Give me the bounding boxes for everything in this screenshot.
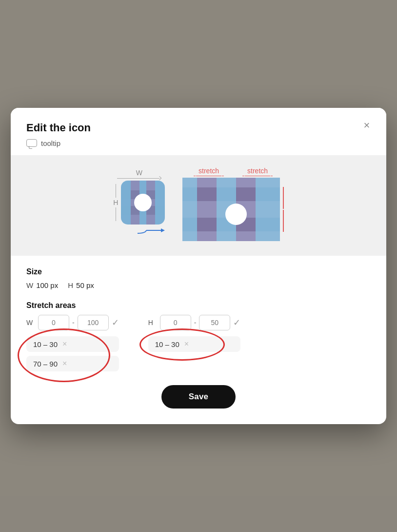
stretch-label-1: stretch: [198, 167, 219, 175]
stretch-h-tag-1-remove[interactable]: ×: [184, 340, 189, 348]
stretch-w-tags-wrapper: 10 – 30 × 70 – 90 ×: [26, 335, 119, 371]
large-icon-row: [182, 178, 284, 241]
stretch-arrows-top: [184, 176, 282, 177]
h-stretch-arrow: [283, 187, 284, 232]
svg-rect-15: [197, 178, 217, 241]
stretch-top-labels: stretch stretch: [184, 167, 282, 175]
svg-point-10: [134, 194, 152, 211]
size-w-value: 100 px: [36, 281, 58, 289]
stretch-w-tag-1-label: 10 – 30: [33, 340, 58, 348]
tooltip-icon: [26, 139, 37, 147]
stretch-w-tags: 10 – 30 × 70 – 90 ×: [26, 336, 119, 371]
svg-rect-19: [197, 187, 217, 201]
modal-title: Edit the icon: [26, 122, 371, 134]
stretch-h-tags-wrapper: 10 – 30 ×: [148, 335, 241, 352]
stretch-areas-section: Stretch areas W - ✓ 10: [26, 301, 371, 371]
modal-header: Edit the icon tooltip ×: [11, 108, 386, 155]
stretch-h-tag-1: 10 – 30 ×: [148, 336, 241, 352]
svg-rect-20: [236, 187, 256, 201]
stretch-h-col: H - ✓ 10 – 30 ×: [148, 315, 241, 352]
size-h-value: 50 px: [76, 281, 94, 289]
h-label: H: [113, 199, 118, 206]
stretch-w-tag-1-remove[interactable]: ×: [62, 340, 67, 348]
size-row: W 100 px H 50 px: [26, 281, 371, 289]
stretch-w-tag-2-label: 70 – 90: [33, 360, 58, 368]
size-h-label: H: [68, 281, 73, 289]
stretch-h-input-row: H - ✓: [148, 315, 241, 330]
large-icon-svg: [182, 178, 280, 241]
stretch-section-label: Stretch areas: [26, 301, 371, 310]
close-button[interactable]: ×: [359, 118, 375, 133]
edit-icon-modal: Edit the icon tooltip × W: [11, 108, 386, 425]
svg-marker-12: [161, 228, 165, 232]
save-row: Save: [26, 385, 371, 409]
svg-point-24: [225, 204, 247, 225]
stretch-w-input-row: W - ✓: [26, 315, 119, 330]
stretch-w-confirm-button[interactable]: ✓: [112, 317, 119, 328]
stretch-w-dash: -: [72, 319, 75, 327]
stretch-w-tag-2-remove[interactable]: ×: [62, 359, 67, 368]
stretch-h-col-label: H: [148, 319, 157, 327]
tooltip-row: tooltip: [26, 139, 371, 147]
tooltip-label: tooltip: [41, 139, 60, 147]
preview-area: W H: [11, 155, 386, 256]
stretch-w-tag-1: 10 – 30 ×: [26, 336, 119, 352]
stretch-h-confirm-button[interactable]: ✓: [233, 317, 240, 328]
size-section-label: Size: [26, 267, 371, 276]
save-button[interactable]: Save: [161, 385, 236, 409]
icon-with-h: H: [113, 181, 165, 225]
stretch-h-tags: 10 – 30 ×: [148, 336, 241, 352]
stretch-h-tag-1-label: 10 – 30: [155, 340, 179, 348]
stretch-w-to-input[interactable]: [78, 315, 109, 330]
original-icon-wrapper: W H: [113, 169, 165, 239]
stretch-w-col: W - ✓ 10 – 30 ×: [26, 315, 119, 371]
stretch-label-2: stretch: [247, 167, 268, 175]
stretch-h-dash: -: [194, 319, 197, 327]
stretch-inputs-row: W - ✓ 10 – 30 ×: [26, 315, 371, 371]
large-icon-wrapper-col: stretch stretch: [182, 167, 284, 242]
svg-rect-21: [197, 218, 217, 231]
stretch-h-from-input[interactable]: [160, 315, 191, 330]
preview-container: W H: [113, 167, 284, 242]
size-w-label: W: [26, 281, 33, 289]
stretch-w-col-label: W: [26, 319, 35, 327]
small-icon-svg: [121, 181, 165, 225]
arrow-forward-icon: [136, 226, 165, 237]
w-label: W: [136, 169, 142, 177]
stretch-w-from-input[interactable]: [38, 315, 69, 330]
stretch-h-to-input[interactable]: [199, 315, 230, 330]
stretch-w-tag-2: 70 – 90 ×: [26, 356, 119, 371]
modal-body: Size W 100 px H 50 px Stretch areas W - …: [11, 256, 386, 424]
